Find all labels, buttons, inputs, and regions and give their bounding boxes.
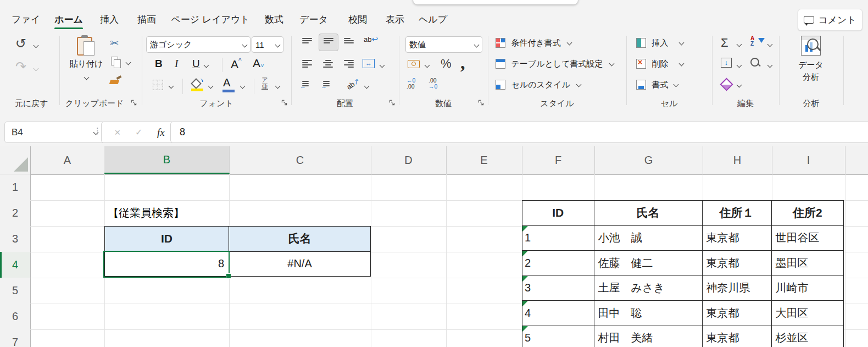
column-header-C[interactable]: C bbox=[229, 146, 371, 174]
tab-review[interactable]: 校閲 bbox=[343, 11, 372, 30]
autosum-dropdown-chevron[interactable] bbox=[737, 42, 742, 47]
percent-style-button[interactable]: % bbox=[441, 57, 452, 71]
merge-dropdown-chevron[interactable] bbox=[380, 63, 385, 68]
row-header-5[interactable]: 5 bbox=[0, 278, 31, 304]
alignment-dialog-launcher[interactable] bbox=[389, 98, 395, 108]
align-middle-button-selected[interactable] bbox=[319, 34, 338, 51]
cell-G2[interactable]: 氏名 bbox=[594, 201, 703, 226]
cell-F7[interactable]: 5 bbox=[522, 326, 594, 347]
format-painter-icon[interactable] bbox=[109, 80, 120, 84]
cell-F4[interactable]: 2 bbox=[522, 251, 594, 276]
wrap-text-button[interactable]: ab↩ bbox=[364, 35, 378, 43]
cell-G7[interactable]: 村田 美緒 bbox=[594, 326, 703, 347]
sort-filter-dropdown-chevron[interactable] bbox=[767, 42, 773, 47]
decrease-decimal-button[interactable]: .00→0 bbox=[429, 78, 437, 90]
search-box-partial[interactable] bbox=[413, 0, 578, 4]
orientation-button[interactable]: ab↗ bbox=[345, 76, 361, 91]
row-header-6[interactable]: 6 bbox=[0, 304, 31, 330]
cell-I5[interactable]: 川崎市 bbox=[772, 276, 844, 301]
cell-C3[interactable]: 氏名 bbox=[229, 227, 371, 252]
borders-button[interactable] bbox=[153, 80, 163, 90]
phonetic-dropdown-chevron[interactable] bbox=[275, 84, 281, 89]
cell-F6[interactable]: 4 bbox=[522, 301, 594, 326]
insert-function-icon[interactable]: fx bbox=[157, 126, 165, 139]
font-color-button[interactable]: A bbox=[223, 76, 230, 89]
column-header-B-selected[interactable]: B bbox=[104, 146, 230, 174]
undo-dropdown-chevron[interactable] bbox=[34, 43, 39, 48]
column-header-G[interactable]: G bbox=[594, 146, 703, 174]
align-bottom-button[interactable] bbox=[344, 38, 354, 43]
row-header-7[interactable]: 7 bbox=[0, 329, 31, 347]
underline-dropdown-chevron[interactable] bbox=[204, 63, 209, 68]
fill-handle[interactable] bbox=[226, 273, 231, 279]
cell-H6[interactable]: 東京都 bbox=[703, 301, 772, 326]
phonetic-button[interactable]: ア 亜 bbox=[261, 77, 268, 90]
name-box[interactable]: B4 bbox=[4, 122, 105, 143]
clear-eraser-icon[interactable] bbox=[720, 78, 733, 91]
sort-filter-button[interactable]: A Z bbox=[750, 36, 754, 47]
align-top-button[interactable] bbox=[302, 38, 312, 43]
merge-center-button[interactable]: ↔ bbox=[363, 59, 375, 68]
comma-style-button[interactable]: , bbox=[460, 52, 465, 73]
clipboard-dialog-launcher[interactable] bbox=[131, 98, 137, 108]
column-header-E[interactable]: E bbox=[446, 146, 522, 174]
cell-B3[interactable]: ID bbox=[105, 227, 229, 252]
column-header-D[interactable]: D bbox=[371, 146, 447, 174]
font-size-combobox[interactable]: 11 bbox=[252, 36, 283, 53]
cell-H7[interactable]: 東京都 bbox=[703, 326, 772, 347]
cell-I7[interactable]: 杉並区 bbox=[772, 326, 844, 347]
cell-H3[interactable]: 東京都 bbox=[703, 226, 772, 251]
align-center-button[interactable] bbox=[323, 60, 333, 68]
insert-cells-button[interactable]: 挿入 bbox=[636, 38, 683, 50]
font-color-dropdown-chevron[interactable] bbox=[240, 84, 246, 89]
increase-decimal-button[interactable]: ←0.00 bbox=[407, 78, 415, 90]
column-header-I[interactable]: I bbox=[772, 146, 845, 174]
formula-input[interactable]: 8 bbox=[170, 122, 868, 143]
cell-I6[interactable]: 大田区 bbox=[772, 301, 844, 326]
align-right-button[interactable] bbox=[344, 60, 354, 68]
autosum-button[interactable]: Σ bbox=[721, 36, 728, 50]
cell-H2[interactable]: 住所１ bbox=[703, 201, 772, 226]
grow-font-button[interactable]: A^ bbox=[231, 57, 242, 71]
copy-dropdown-chevron[interactable] bbox=[126, 60, 131, 65]
fill-color-dropdown-chevron[interactable] bbox=[208, 84, 214, 89]
cell-I2[interactable]: 住所2 bbox=[772, 201, 844, 226]
conditional-formatting-button[interactable]: 条件付き書式 bbox=[496, 38, 571, 50]
number-dialog-launcher[interactable] bbox=[478, 98, 484, 108]
fill-dropdown-chevron[interactable] bbox=[737, 63, 742, 68]
column-header-H[interactable]: H bbox=[703, 146, 772, 174]
cell-B2-search-title[interactable]: 【従業員検索】 bbox=[108, 200, 272, 226]
orientation-dropdown-chevron[interactable] bbox=[364, 84, 370, 89]
tab-page-layout[interactable]: ページ レイアウト bbox=[170, 11, 251, 30]
align-left-button[interactable] bbox=[302, 60, 312, 68]
cell-G5[interactable]: 土屋 みさき bbox=[594, 276, 703, 301]
row-header-1[interactable]: 1 bbox=[0, 174, 31, 201]
cell-styles-button[interactable]: セルのスタイル bbox=[496, 80, 581, 92]
currency-dropdown-chevron[interactable] bbox=[425, 63, 430, 68]
select-all-button[interactable] bbox=[0, 146, 31, 174]
cell-F2[interactable]: ID bbox=[522, 201, 594, 226]
tab-data[interactable]: データ bbox=[296, 11, 332, 30]
tab-draw[interactable]: 描画 bbox=[132, 11, 162, 30]
tab-file[interactable]: ファイル bbox=[9, 11, 43, 30]
undo-icon[interactable]: ↺ bbox=[15, 36, 26, 51]
tab-help[interactable]: ヘルプ bbox=[418, 11, 448, 30]
paste-button[interactable]: 貼り付け bbox=[67, 35, 105, 96]
tab-insert[interactable]: 挿入 bbox=[94, 11, 124, 30]
font-name-combobox[interactable]: 游ゴシック bbox=[146, 36, 251, 53]
bold-button[interactable]: B bbox=[155, 58, 163, 70]
row-header-3[interactable]: 3 bbox=[0, 226, 31, 252]
fill-down-button[interactable]: ↓ bbox=[721, 58, 732, 68]
row-header-4-selected[interactable]: 4 bbox=[0, 252, 31, 278]
currency-button[interactable] bbox=[408, 60, 420, 68]
redo-icon[interactable]: ↷ bbox=[15, 59, 26, 74]
format-cells-button[interactable]: 書式 bbox=[636, 80, 678, 92]
font-dialog-launcher[interactable] bbox=[281, 98, 287, 108]
tab-home[interactable]: ホーム bbox=[52, 11, 86, 30]
tab-formulas[interactable]: 数式 bbox=[259, 11, 289, 30]
cell-G6[interactable]: 田中 聡 bbox=[594, 301, 703, 326]
cell-H4[interactable]: 東京都 bbox=[703, 251, 772, 276]
borders-dropdown-chevron[interactable] bbox=[169, 84, 174, 89]
paste-dropdown-chevron[interactable] bbox=[84, 75, 90, 80]
cell-C4-na-result[interactable]: #N/A bbox=[229, 252, 371, 277]
